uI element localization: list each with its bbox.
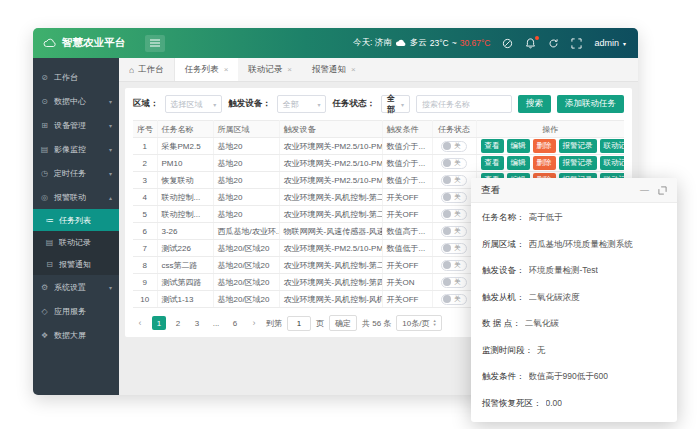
cell-condition: 数值介于... (382, 138, 432, 155)
column-header: 序号 (133, 121, 157, 138)
goto-page-input[interactable] (287, 316, 311, 331)
sidebar-item-linkage-records[interactable]: ▤联动记录 (33, 231, 119, 253)
search-button[interactable]: 搜索 (518, 95, 551, 113)
maximize-icon[interactable] (658, 186, 667, 195)
cell-no: 10 (133, 291, 157, 308)
delete-button[interactable]: 删除 (533, 139, 556, 153)
cell-status: 关 (432, 172, 476, 189)
status-toggle[interactable]: 关 (441, 260, 467, 271)
cell-condition: 开关OFF (382, 189, 432, 206)
topbar: 智慧农业平台 今天: 济南 多云 23°C ~ 30.67°C (33, 28, 638, 58)
workbench-icon: ⊘ (40, 73, 49, 82)
page-unit-label: 页 (316, 318, 324, 329)
sidebar-item-scheduled-tasks[interactable]: ◷定时任务▾ (33, 161, 119, 185)
sidebar-item-alarm-linkage[interactable]: ◎报警联动▴ (33, 185, 119, 209)
field-value: 二氧化碳浓度 (529, 292, 580, 304)
status-select[interactable]: 全部 ▾ (381, 95, 410, 113)
table-row: 1采集PM2.5基地20农业环境网关-PM2.5/10-PM2.5数值介于...… (133, 138, 624, 155)
alarm-notice-icon: ⊟ (45, 260, 54, 269)
device-select[interactable]: 全部 ▾ (277, 95, 327, 113)
panel-field: 任务名称：高于低于 (482, 212, 666, 224)
close-icon[interactable]: × (287, 65, 292, 74)
cell-status: 关 (432, 223, 476, 240)
prev-page-button[interactable]: ‹ (133, 316, 147, 330)
lock-screen-icon[interactable] (502, 38, 513, 49)
cell-no: 3 (133, 172, 157, 189)
sidebar-item-label: 任务列表 (59, 215, 112, 226)
status-toggle[interactable]: 关 (441, 226, 467, 237)
status-toggle[interactable]: 关 (441, 158, 467, 169)
sidebar-item-label: 联动记录 (59, 237, 112, 248)
tab-任务列表[interactable]: 任务列表× (175, 58, 239, 81)
cell-status: 关 (432, 257, 476, 274)
add-linkage-task-button[interactable]: 添加联动任务 (557, 95, 624, 113)
field-label: 监测时间段： (482, 345, 533, 357)
alarm-record-button[interactable]: 报警记录 (559, 156, 597, 170)
view-button[interactable]: 查看 (481, 139, 504, 153)
status-toggle[interactable]: 关 (441, 294, 467, 305)
cell-name: 测试1-13 (157, 291, 213, 308)
close-icon[interactable]: × (224, 65, 229, 74)
tab-联动记录[interactable]: 联动记录× (238, 58, 302, 81)
cell-region: 西瓜基地/农业环... (213, 223, 279, 240)
field-label: 触发设备： (482, 265, 525, 277)
tab-报警通知[interactable]: 报警通知× (302, 58, 366, 81)
field-label: 报警恢复死区： (482, 398, 542, 410)
cell-status: 关 (432, 274, 476, 291)
sidebar-item-label: 应用服务 (54, 306, 112, 317)
page-button-...[interactable]: ... (209, 316, 223, 330)
user-name: admin (594, 38, 619, 48)
sidebar-item-task-list[interactable]: ≔任务列表 (33, 209, 119, 231)
app-services-icon: ◇ (40, 307, 49, 316)
confirm-button[interactable]: 确定 (329, 315, 357, 331)
tab-home[interactable]: ⌂ 工作台 (119, 58, 175, 81)
next-page-button[interactable]: › (247, 316, 261, 330)
column-header: 任务名称 (157, 121, 213, 138)
region-select[interactable]: 选择区域 ▾ (165, 95, 223, 113)
toggle-label: 关 (454, 159, 461, 168)
notification-bell-icon[interactable] (525, 38, 536, 49)
sidebar-item-label: 数据中心 (54, 96, 104, 107)
refresh-icon[interactable] (548, 38, 559, 49)
sidebar-collapse-button[interactable] (145, 35, 165, 52)
edit-button[interactable]: 编辑 (507, 156, 530, 170)
page-size-select[interactable]: 10条/页▴▾ (396, 315, 441, 331)
delete-button[interactable]: 删除 (533, 156, 556, 170)
toggle-label: 关 (454, 193, 461, 202)
page-button-6[interactable]: 6 (228, 316, 242, 330)
alarm-record-button[interactable]: 报警记录 (559, 139, 597, 153)
close-icon[interactable]: × (351, 65, 356, 74)
sidebar-item-workbench[interactable]: ⊘工作台 (33, 65, 119, 89)
search-input[interactable] (416, 95, 512, 113)
linkage-record-button[interactable]: 联动记录 (600, 139, 625, 153)
status-toggle[interactable]: 关 (441, 209, 467, 220)
sidebar-item-app-services[interactable]: ◇应用服务 (33, 299, 119, 323)
sidebar-item-data-screen[interactable]: ❖数据大屏 (33, 323, 119, 347)
edit-button[interactable]: 编辑 (507, 139, 530, 153)
column-header: 操作 (476, 121, 624, 138)
page-button-3[interactable]: 3 (190, 316, 204, 330)
fullscreen-icon[interactable] (571, 38, 582, 49)
minimize-icon[interactable]: — (640, 185, 649, 195)
data-screen-icon: ❖ (40, 331, 49, 340)
sidebar-item-data-center[interactable]: ⊙数据中心▾ (33, 89, 119, 113)
linkage-record-button[interactable]: 联动记录 (600, 156, 625, 170)
status-toggle[interactable]: 关 (441, 192, 467, 203)
status-toggle[interactable]: 关 (441, 141, 467, 152)
sidebar-item-label: 报警通知 (59, 259, 112, 270)
chevron-down-icon: ▾ (401, 101, 404, 108)
page-button-1[interactable]: 1 (152, 316, 166, 330)
sidebar-item-alarm-notice[interactable]: ⊟报警通知 (33, 253, 119, 275)
sidebar-item-system-settings[interactable]: ⚙系统设置▾ (33, 275, 119, 299)
cell-name: 采集PM2.5 (157, 138, 213, 155)
status-filter-label: 任务状态： (332, 98, 375, 110)
sidebar-item-video-monitoring[interactable]: ▤影像监控▾ (33, 137, 119, 161)
status-toggle[interactable]: 关 (441, 175, 467, 186)
sidebar-item-device-management[interactable]: ⊞设备管理▾ (33, 113, 119, 137)
user-menu[interactable]: admin ▾ (594, 38, 626, 48)
view-button[interactable]: 查看 (481, 156, 504, 170)
status-toggle[interactable]: 关 (441, 277, 467, 288)
page-button-2[interactable]: 2 (171, 316, 185, 330)
task-list-icon: ≔ (45, 216, 54, 225)
status-toggle[interactable]: 关 (441, 243, 467, 254)
